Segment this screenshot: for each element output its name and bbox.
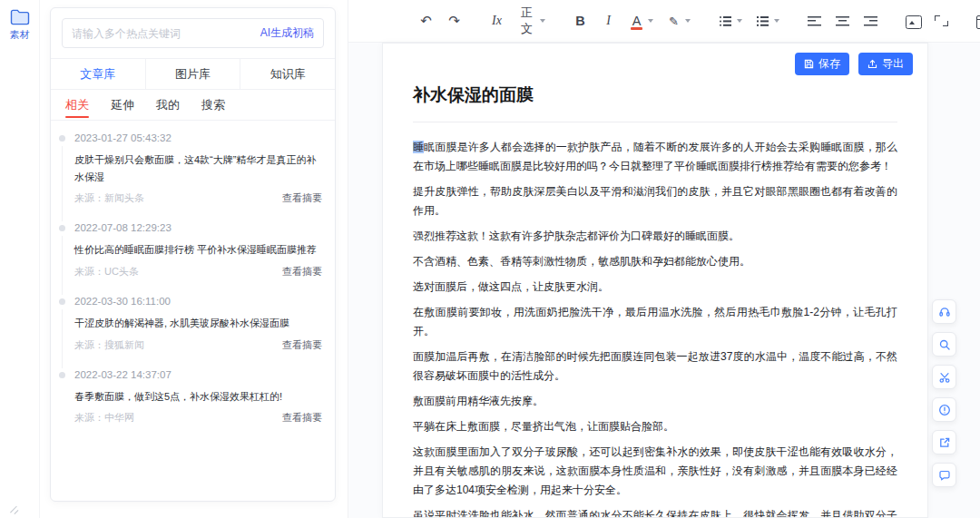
doc-paragraph[interactable]: 在敷面膜前要卸妆，用洗面奶把脸洗干净，最后用温水洗脸，然后用热毛巾敷脸1-2分钟… <box>413 303 897 341</box>
align-right-button[interactable] <box>859 11 882 31</box>
view-summary-link[interactable]: 查看摘要 <box>282 191 322 205</box>
floating-toolbar <box>932 299 956 487</box>
page-actions: 保存 导出 <box>795 53 913 75</box>
timeline-dot-icon <box>59 135 65 142</box>
font-color-button[interactable]: A <box>625 11 657 31</box>
ai-generate-button[interactable]: AI生成初稿 <box>260 25 314 41</box>
redo-button[interactable]: ↷ <box>443 11 466 31</box>
image-icon <box>906 14 921 28</box>
fullscreen-button[interactable] <box>930 11 953 31</box>
font-color-icon: A <box>629 14 644 28</box>
doc-paragraph[interactable]: 选对面膜后，做这四点，让皮肤更水润。 <box>413 278 897 297</box>
highlight-button[interactable]: ✎ <box>662 11 694 31</box>
bullet-list-button[interactable] <box>714 11 746 31</box>
undo-button[interactable]: ↶ <box>415 11 437 31</box>
share-icon <box>938 436 951 449</box>
export-button[interactable]: 导出 <box>858 53 913 75</box>
doc-paragraph[interactable]: 提升皮肤弹性，帮助皮肤深层美白以及平滑和滋润我们的皮肤，并且它对眼部黑眼圈也都有… <box>413 182 897 220</box>
paragraph-style-select[interactable]: 正文 <box>514 2 549 40</box>
customer-service-button[interactable] <box>932 299 956 324</box>
align-center-button[interactable] <box>831 11 854 31</box>
save-button[interactable]: 保存 <box>795 53 849 75</box>
document-content: 补水保湿的面膜 睡眠面膜是许多人都会选择的一款护肤产品，随着不断的发展许多的人开… <box>383 44 927 518</box>
search-button[interactable] <box>932 332 956 357</box>
article-source: 来源：搜狐新闻 <box>74 338 144 352</box>
doc-paragraph[interactable]: 这款面膜里面加入了双分子玻尿酸，还可以起到密集补水的效果，即使皮肤干涩也能有效吸… <box>413 443 897 500</box>
doc-paragraph[interactable]: 虽说平时洗洗脸也能补水，然而普通的水分不能长久保持在皮肤上，很快就会挥发，并且借… <box>413 506 897 518</box>
chevron-down-icon <box>774 19 779 23</box>
export-label: 导出 <box>882 56 904 72</box>
tab-articles[interactable]: 文章库 <box>51 59 146 89</box>
timeline-dot-icon <box>59 298 65 305</box>
view-summary-link[interactable]: 查看摘要 <box>282 265 322 279</box>
magnifier-icon <box>938 338 951 351</box>
article-item: 2022-07-08 12:29:23性价比高的睡眠面膜排行榜 平价补水保湿睡眠… <box>51 214 335 288</box>
article-item: 2022-03-30 16:11:00干涩皮肤的解渴神器, 水肌美玻尿酸补水保湿… <box>51 288 335 361</box>
search-bar: AI生成初稿 <box>62 18 324 48</box>
table-button[interactable] <box>973 11 980 31</box>
article-title[interactable]: 春季敷面膜，做到这5点，补水保湿效果杠杠的! <box>74 388 322 406</box>
chevron-down-icon <box>648 19 653 23</box>
article-meta: 来源：中华网查看摘要 <box>74 411 322 425</box>
document-body[interactable]: 睡眠面膜是许多人都会选择的一款护肤产品，随着不断的发展许多的人开始会去采购睡眠面… <box>413 138 897 518</box>
share-button[interactable] <box>932 430 956 454</box>
keyword-input[interactable] <box>72 27 253 40</box>
folder-icon <box>10 9 30 25</box>
article-title[interactable]: 性价比高的睡眠面膜排行榜 平价补水保湿睡眠面膜推荐 <box>74 241 322 259</box>
save-label: 保存 <box>818 56 840 72</box>
article-time: 2022-07-08 12:29:23 <box>74 222 322 233</box>
article-title[interactable]: 干涩皮肤的解渴神器, 水肌美玻尿酸补水保湿面膜 <box>74 315 322 332</box>
clip-button[interactable] <box>932 365 956 389</box>
article-time: 2023-01-27 05:43:32 <box>74 132 322 143</box>
article-source: 来源：新闻头条 <box>74 191 144 205</box>
article-title[interactable]: 皮肤干燥别只会敷面膜，这4款“大牌”精华才是真正的补水保湿 <box>74 151 322 185</box>
bold-button[interactable]: B <box>569 11 592 31</box>
subtab-search[interactable]: 搜索 <box>201 90 225 121</box>
doc-paragraph[interactable]: 强烈推荐这款！这款有许多护肤杂志都评价为口碑最好的睡眠面膜。 <box>413 227 897 246</box>
chevron-down-icon <box>737 19 742 23</box>
align-left-icon <box>807 14 822 28</box>
doc-paragraph[interactable]: 睡眠面膜是许多人都会选择的一款护肤产品，随着不断的发展许多的人开始会去采购睡眠面… <box>413 138 897 176</box>
resize-grip <box>9 505 20 514</box>
italic-button[interactable]: I <box>597 11 620 31</box>
subtab-related[interactable]: 相关 <box>65 90 89 121</box>
timeline-dot-icon <box>59 372 65 378</box>
clear-format-icon: Ix <box>489 14 505 28</box>
article-source: 来源：中华网 <box>74 411 134 425</box>
sidebar-item-material[interactable]: 素材 <box>0 0 39 42</box>
doc-paragraph[interactable]: 不含酒精、色素、香精等刺激性物质，敏感肌肤和孕妇都能放心使用。 <box>413 252 897 271</box>
article-source: 来源：UC头条 <box>74 265 139 279</box>
undo-icon: ↶ <box>418 14 434 28</box>
doc-paragraph[interactable]: 面膜加温后再敷，在清洁脸部的时候先把面膜连同包装一起放进37度的水温中，温度不能… <box>413 347 897 386</box>
doc-paragraph[interactable]: 平躺在床上敷面膜，尽量挤出气泡，让面膜贴合脸部。 <box>413 417 897 436</box>
editor-toolbar: ↶↷Ix正文BIA✎ <box>348 0 980 43</box>
subtab-extend[interactable]: 延伸 <box>111 90 134 121</box>
view-summary-link[interactable]: 查看摘要 <box>282 338 322 352</box>
tab-images[interactable]: 图片库 <box>146 59 241 89</box>
ordered-list-button[interactable] <box>751 11 783 31</box>
feedback-button[interactable] <box>932 463 956 487</box>
tab-knowledge[interactable]: 知识库 <box>240 59 335 89</box>
mini-sidebar: 素材 <box>0 0 40 518</box>
view-summary-link[interactable]: 查看摘要 <box>282 411 322 425</box>
table-icon <box>976 14 980 28</box>
chevron-down-icon <box>685 19 691 23</box>
ordered-list-icon <box>755 14 770 28</box>
alert-button[interactable] <box>932 397 956 422</box>
editor-area: ↶↷Ix正文BIA✎ 保存 导出 补水保湿的面膜 <box>348 0 980 518</box>
filter-subtabs: 相关延伸我的搜索 <box>51 90 335 121</box>
library-tabs: 文章库图片库知识库 <box>51 58 335 90</box>
image-button[interactable] <box>902 11 925 31</box>
article-item: 2023-01-27 05:43:32皮肤干燥别只会敷面膜，这4款“大牌”精华才… <box>51 124 335 214</box>
timeline-dot-icon <box>59 225 65 231</box>
sidebar-item-label: 素材 <box>10 28 30 42</box>
title-divider <box>413 122 897 122</box>
align-center-icon <box>835 14 850 28</box>
align-left-button[interactable] <box>803 11 826 31</box>
doc-paragraph[interactable]: 敷面膜前用精华液先按摩。 <box>413 392 897 411</box>
subtab-mine[interactable]: 我的 <box>156 90 180 121</box>
clear-format-button[interactable]: Ix <box>485 11 508 31</box>
document-title[interactable]: 补水保湿的面膜 <box>413 83 897 107</box>
chevron-down-icon <box>540 19 545 23</box>
article-time: 2022-03-30 16:11:00 <box>74 296 322 307</box>
